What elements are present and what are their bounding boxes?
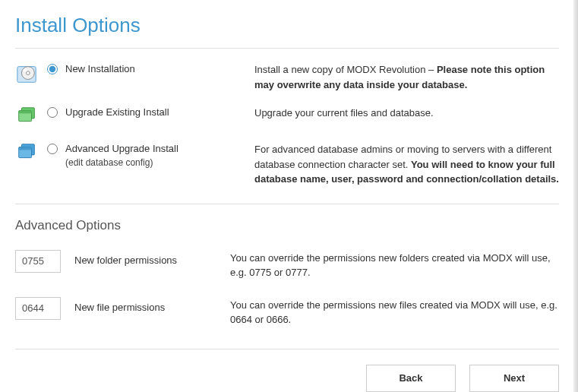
cd-icon <box>15 62 38 85</box>
advanced-label: New folder permissions <box>74 250 230 266</box>
advanced-row-file-perms: New file permissions You can override th… <box>15 297 559 327</box>
page-title: Install Options <box>15 14 559 37</box>
svg-point-2 <box>27 71 30 75</box>
next-button[interactable]: Next <box>469 365 559 392</box>
advanced-options-title: Advanced Options <box>15 218 559 233</box>
install-option-advanced: Advanced Upgrade Install (edit database … <box>15 142 559 187</box>
folder-permissions-input[interactable] <box>15 250 61 273</box>
advanced-description: You can override the permissions new fol… <box>230 250 559 280</box>
file-permissions-input[interactable] <box>15 297 61 320</box>
button-bar: Back Next <box>15 349 559 392</box>
install-option-new: New Installation Install a new copy of M… <box>15 62 559 92</box>
back-button[interactable]: Back <box>366 365 456 392</box>
section-divider <box>15 204 559 204</box>
option-label: Upgrade Existing Install <box>65 106 169 119</box>
radio-advanced-install[interactable] <box>47 144 58 154</box>
window-upgrade-icon <box>15 106 38 128</box>
option-label: Advanced Upgrade Install (edit database … <box>65 142 178 169</box>
radio-new-install[interactable] <box>47 64 58 74</box>
window-advanced-icon <box>15 142 38 165</box>
option-description: For advanced database admins or moving t… <box>254 142 559 187</box>
radio-upgrade-install[interactable] <box>47 107 58 118</box>
advanced-label: New file permissions <box>74 297 230 313</box>
svg-rect-6 <box>19 111 32 114</box>
right-shadow <box>573 0 578 392</box>
advanced-row-folder-perms: New folder permissions You can override … <box>15 250 559 280</box>
advanced-description: You can override the permissions new fil… <box>230 297 559 327</box>
option-description: Install a new copy of MODX Revolution – … <box>254 62 559 92</box>
svg-point-3 <box>23 68 27 71</box>
option-description: Upgrade your current files and database. <box>254 106 559 121</box>
option-label: New Installation <box>65 62 135 76</box>
title-divider <box>15 48 559 49</box>
svg-rect-9 <box>19 147 32 150</box>
install-option-upgrade: Upgrade Existing Install Upgrade your cu… <box>15 106 559 128</box>
